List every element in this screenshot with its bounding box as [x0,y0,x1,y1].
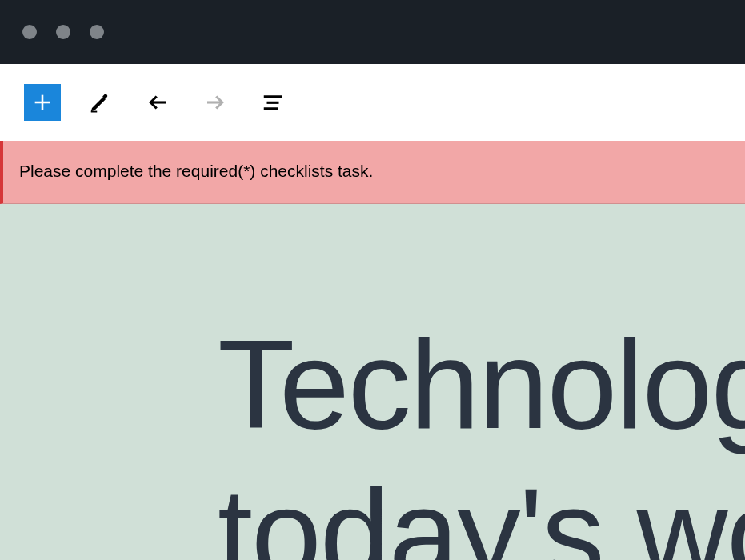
pencil-icon [88,90,112,114]
svg-rect-5 [264,107,278,110]
redo-button[interactable] [197,84,234,121]
edit-button[interactable] [82,84,118,121]
plus-icon [31,91,54,114]
close-window-icon[interactable] [22,25,37,39]
redo-icon [203,90,227,114]
svg-rect-3 [264,95,282,98]
editor-content-area[interactable]: Technologtoday's wo [0,204,745,560]
undo-icon [146,90,170,114]
window-titlebar [0,0,745,64]
svg-rect-4 [267,102,279,104]
svg-rect-2 [91,111,98,113]
notice-message: Please complete the required(*) checklis… [19,162,373,180]
minimize-window-icon[interactable] [56,25,70,39]
page-headline[interactable]: Technologtoday's wo [218,310,745,560]
editor-toolbar [0,64,745,141]
add-block-button[interactable] [24,84,61,121]
undo-button[interactable] [139,84,176,121]
document-outline-button[interactable] [254,84,291,121]
details-icon [261,90,285,114]
maximize-window-icon[interactable] [90,25,104,39]
error-notice: Please complete the required(*) checklis… [0,141,745,204]
